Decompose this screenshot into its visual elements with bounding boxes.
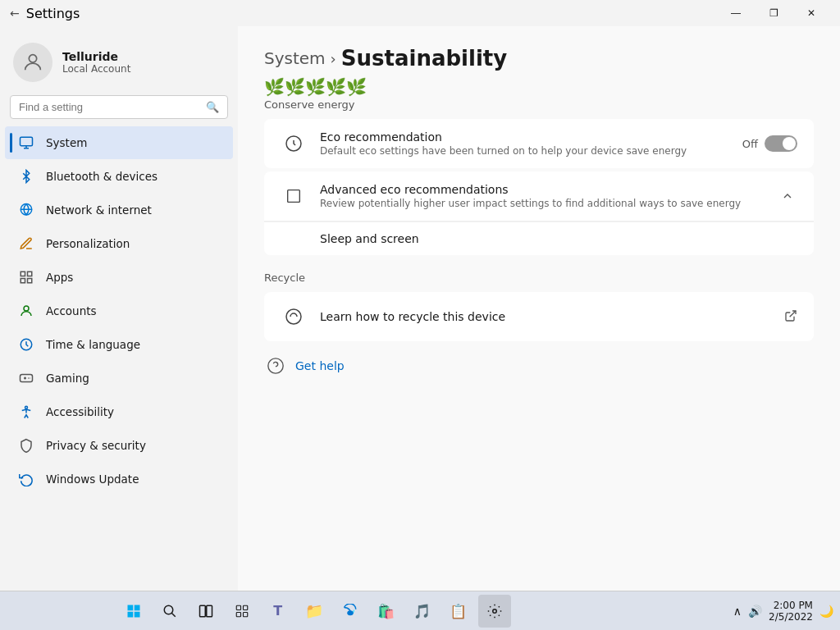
advanced-eco-card: Advanced eco recommendations Review pote… [264, 171, 814, 255]
update-icon [18, 471, 34, 487]
breadcrumb-parent[interactable]: System [264, 48, 326, 68]
svg-line-21 [171, 613, 176, 617]
eco-toggle[interactable] [765, 135, 797, 152]
file-explorer-button[interactable]: 📁 [298, 595, 331, 628]
sleep-and-screen-row[interactable]: Sleep and screen [264, 221, 814, 255]
sidebar-item-gaming[interactable]: Gaming [5, 362, 233, 395]
sidebar-item-label-time: Time & language [46, 338, 140, 351]
svg-rect-3 [28, 272, 32, 276]
advanced-eco-expand[interactable] [778, 186, 797, 206]
time-icon [18, 336, 34, 353]
sidebar-item-apps[interactable]: Apps [5, 261, 233, 294]
title-bar-left: ← Settings [10, 6, 80, 21]
sidebar-item-label-system: System [46, 136, 87, 149]
sidebar-item-accounts[interactable]: Accounts [5, 294, 233, 327]
back-arrow[interactable]: ← [10, 7, 20, 20]
settings-taskbar-button[interactable] [478, 595, 511, 628]
sidebar-item-label-accounts: Accounts [46, 304, 97, 317]
start-button[interactable] [117, 595, 150, 628]
taskbar-clock[interactable]: 2:00 PM 2/5/2022 [769, 600, 813, 623]
notes-button[interactable]: 📋 [442, 595, 475, 628]
sidebar-item-bluetooth[interactable]: Bluetooth & devices [5, 160, 233, 193]
main-container: Telluride Local Account 🔍 System Bluetoo… [0, 26, 840, 591]
search-icon: 🔍 [206, 101, 219, 113]
minimize-button[interactable]: — [717, 0, 755, 26]
taskbar-time-value: 2:00 PM [769, 600, 813, 611]
sidebar-item-label-personalization: Personalization [46, 237, 130, 250]
media-button[interactable]: 🎵 [406, 595, 439, 628]
get-help-icon [264, 354, 287, 377]
edge-button[interactable] [334, 595, 367, 628]
conserve-section-label: Conserve energy [264, 98, 814, 111]
tray-chevron[interactable]: ∧ [733, 605, 742, 618]
user-account-type: Local Account [62, 63, 130, 75]
svg-rect-26 [236, 612, 240, 616]
advanced-eco-row[interactable]: Advanced eco recommendations Review pote… [264, 171, 814, 221]
sidebar-item-privacy[interactable]: Privacy & security [5, 429, 233, 462]
svg-rect-4 [21, 279, 25, 283]
gaming-icon [18, 370, 34, 386]
svg-rect-25 [243, 605, 247, 609]
title-bar: ← Settings — ❐ ✕ [0, 0, 840, 26]
sidebar-item-update[interactable]: Windows Update [5, 463, 233, 495]
sidebar-item-personalization[interactable]: Personalization [5, 227, 233, 260]
sleep-and-screen-title: Sleep and screen [320, 232, 419, 245]
advanced-eco-text: Advanced eco recommendations Review pote… [320, 183, 765, 209]
get-help-row[interactable]: Get help [264, 354, 814, 377]
sidebar-item-system[interactable]: System [5, 126, 233, 159]
search-input[interactable] [19, 101, 199, 113]
sidebar-item-label-privacy: Privacy & security [46, 439, 146, 452]
eco-recommendation-title: Eco recommendation [320, 130, 729, 144]
advanced-eco-desc: Review potentially higher user impact se… [320, 198, 765, 209]
learn-recycle-row[interactable]: Learn how to recycle this device [264, 292, 814, 341]
svg-rect-2 [21, 272, 25, 276]
sidebar-item-time[interactable]: Time & language [5, 328, 233, 361]
breadcrumb-arrow: › [331, 50, 336, 67]
eco-recommendation-icon [281, 130, 307, 157]
close-button[interactable]: ✕ [792, 0, 830, 26]
svg-rect-27 [243, 612, 247, 616]
sidebar-item-label-update: Windows Update [46, 472, 139, 486]
sidebar-item-label-accessibility: Accessibility [46, 405, 114, 418]
title-bar-title: Settings [26, 6, 80, 21]
user-info: Telluride Local Account [62, 50, 130, 75]
svg-point-29 [492, 609, 496, 613]
taskbar-date-value: 2/5/2022 [769, 611, 813, 623]
apps-icon [18, 269, 34, 285]
taskbar-search-button[interactable] [153, 595, 186, 628]
sidebar-item-accessibility[interactable]: Accessibility [5, 395, 233, 428]
taskbar: T 📁 🛍️ 🎵 📋 ∧ 🔊 [0, 591, 840, 630]
get-help-label[interactable]: Get help [295, 359, 345, 372]
user-profile[interactable]: Telluride Local Account [0, 33, 238, 95]
svg-point-0 [29, 55, 36, 62]
notification-icon[interactable]: 🌙 [819, 605, 833, 618]
bluetooth-icon [18, 168, 34, 185]
maximize-button[interactable]: ❐ [755, 0, 792, 26]
external-link-icon [784, 309, 797, 325]
svg-rect-5 [28, 279, 32, 283]
search-box[interactable]: 🔍 [10, 95, 228, 119]
recycle-icon [281, 304, 307, 330]
recycle-card: Learn how to recycle this device [264, 292, 814, 341]
eco-toggle-container: Off [742, 135, 797, 152]
sidebar-item-network[interactable]: Network & internet [5, 194, 233, 226]
content-area: System › Sustainability 🌿🌿🌿🌿🌿 Conserve e… [238, 26, 840, 591]
personalization-icon [18, 235, 34, 252]
widgets-button[interactable] [226, 595, 258, 628]
eco-toggle-label: Off [742, 138, 758, 150]
page-title: Sustainability [341, 46, 507, 71]
sidebar-item-label-gaming: Gaming [46, 372, 89, 385]
svg-rect-11 [288, 190, 300, 203]
title-bar-controls: — ❐ ✕ [717, 0, 830, 26]
sidebar-item-label-bluetooth: Bluetooth & devices [46, 170, 158, 183]
eco-recommendation-row[interactable]: Eco recommendation Default eco settings … [264, 119, 814, 168]
task-view-button[interactable] [189, 595, 222, 628]
sidebar: Telluride Local Account 🔍 System Bluetoo… [0, 26, 238, 591]
recycle-section-label: Recycle [264, 272, 814, 284]
teams-button[interactable]: T [262, 595, 294, 628]
learn-recycle-text: Learn how to recycle this device [320, 310, 771, 323]
taskbar-center: T 📁 🛍️ 🎵 📋 [117, 595, 511, 628]
tray-volume[interactable]: 🔊 [748, 605, 762, 618]
privacy-icon [18, 437, 34, 454]
store-button[interactable]: 🛍️ [370, 595, 403, 628]
